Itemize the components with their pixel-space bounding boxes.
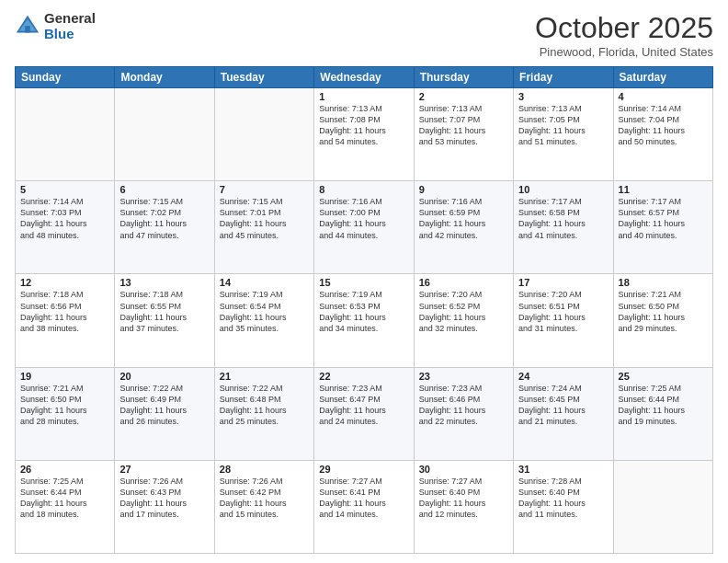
calendar-header-wednesday: Wednesday — [314, 67, 414, 88]
calendar-cell: 10Sunrise: 7:17 AM Sunset: 6:58 PM Dayli… — [514, 181, 613, 274]
day-info: Sunrise: 7:19 AM Sunset: 6:54 PM Dayligh… — [220, 289, 309, 334]
calendar-cell: 4Sunrise: 7:14 AM Sunset: 7:04 PM Daylig… — [613, 88, 712, 181]
day-info: Sunrise: 7:16 AM Sunset: 7:00 PM Dayligh… — [319, 196, 408, 241]
day-info: Sunrise: 7:16 AM Sunset: 6:59 PM Dayligh… — [419, 196, 508, 241]
day-number: 9 — [419, 184, 508, 195]
logo-text: General Blue — [44, 11, 96, 41]
calendar-cell: 19Sunrise: 7:21 AM Sunset: 6:50 PM Dayli… — [16, 367, 115, 460]
calendar-header-monday: Monday — [115, 67, 214, 88]
calendar-header-thursday: Thursday — [414, 67, 513, 88]
day-info: Sunrise: 7:20 AM Sunset: 6:51 PM Dayligh… — [518, 289, 608, 334]
logo-icon — [15, 14, 40, 40]
day-number: 5 — [20, 184, 109, 195]
day-number: 28 — [220, 464, 309, 475]
calendar-cell: 5Sunrise: 7:14 AM Sunset: 7:03 PM Daylig… — [16, 181, 115, 274]
day-info: Sunrise: 7:18 AM Sunset: 6:55 PM Dayligh… — [119, 289, 209, 334]
day-number: 27 — [119, 464, 209, 475]
calendar-cell: 27Sunrise: 7:26 AM Sunset: 6:43 PM Dayli… — [115, 460, 214, 553]
logo-general-text: General — [44, 11, 96, 27]
day-info: Sunrise: 7:14 AM Sunset: 7:03 PM Dayligh… — [20, 196, 109, 241]
day-number: 24 — [518, 371, 608, 382]
day-number: 18 — [619, 277, 708, 288]
day-number: 23 — [419, 371, 508, 382]
day-info: Sunrise: 7:21 AM Sunset: 6:50 PM Dayligh… — [20, 383, 109, 428]
calendar-cell: 8Sunrise: 7:16 AM Sunset: 7:00 PM Daylig… — [314, 181, 414, 274]
calendar-cell: 21Sunrise: 7:22 AM Sunset: 6:48 PM Dayli… — [214, 367, 313, 460]
day-info: Sunrise: 7:13 AM Sunset: 7:07 PM Dayligh… — [419, 103, 508, 148]
calendar-header-sunday: Sunday — [16, 67, 115, 88]
day-number: 26 — [20, 464, 109, 475]
calendar-cell: 25Sunrise: 7:25 AM Sunset: 6:44 PM Dayli… — [613, 367, 712, 460]
day-number: 21 — [220, 371, 309, 382]
day-info: Sunrise: 7:22 AM Sunset: 6:48 PM Dayligh… — [220, 383, 309, 428]
day-number: 11 — [619, 184, 708, 195]
day-number: 20 — [119, 371, 209, 382]
day-info: Sunrise: 7:17 AM Sunset: 6:57 PM Dayligh… — [619, 196, 708, 241]
calendar-cell — [214, 88, 313, 181]
calendar-cell: 14Sunrise: 7:19 AM Sunset: 6:54 PM Dayli… — [214, 274, 313, 367]
calendar-cell: 3Sunrise: 7:13 AM Sunset: 7:05 PM Daylig… — [514, 88, 613, 181]
logo-blue-text: Blue — [44, 27, 96, 42]
calendar-cell: 18Sunrise: 7:21 AM Sunset: 6:50 PM Dayli… — [613, 274, 712, 367]
day-number: 12 — [20, 277, 109, 288]
calendar-cell: 30Sunrise: 7:27 AM Sunset: 6:40 PM Dayli… — [414, 460, 513, 553]
calendar-cell: 1Sunrise: 7:13 AM Sunset: 7:08 PM Daylig… — [314, 88, 414, 181]
day-info: Sunrise: 7:19 AM Sunset: 6:53 PM Dayligh… — [319, 289, 408, 334]
day-number: 13 — [119, 277, 209, 288]
day-info: Sunrise: 7:18 AM Sunset: 6:56 PM Dayligh… — [20, 289, 109, 334]
day-info: Sunrise: 7:13 AM Sunset: 7:08 PM Dayligh… — [319, 103, 408, 148]
calendar-week-row: 26Sunrise: 7:25 AM Sunset: 6:44 PM Dayli… — [16, 460, 713, 553]
day-number: 6 — [119, 184, 209, 195]
calendar-header-row: SundayMondayTuesdayWednesdayThursdayFrid… — [16, 67, 713, 88]
logo: General Blue — [15, 11, 96, 41]
day-info: Sunrise: 7:25 AM Sunset: 6:44 PM Dayligh… — [619, 383, 708, 428]
calendar-week-row: 1Sunrise: 7:13 AM Sunset: 7:08 PM Daylig… — [16, 88, 713, 181]
calendar-week-row: 19Sunrise: 7:21 AM Sunset: 6:50 PM Dayli… — [16, 367, 713, 460]
calendar-week-row: 5Sunrise: 7:14 AM Sunset: 7:03 PM Daylig… — [16, 181, 713, 274]
day-info: Sunrise: 7:28 AM Sunset: 6:40 PM Dayligh… — [518, 476, 608, 521]
day-number: 25 — [619, 371, 708, 382]
day-info: Sunrise: 7:27 AM Sunset: 6:41 PM Dayligh… — [319, 476, 408, 521]
day-info: Sunrise: 7:21 AM Sunset: 6:50 PM Dayligh… — [619, 289, 708, 334]
calendar-cell: 16Sunrise: 7:20 AM Sunset: 6:52 PM Dayli… — [414, 274, 513, 367]
day-number: 4 — [619, 91, 708, 102]
day-number: 31 — [518, 464, 608, 475]
calendar-cell: 9Sunrise: 7:16 AM Sunset: 6:59 PM Daylig… — [414, 181, 513, 274]
day-info: Sunrise: 7:14 AM Sunset: 7:04 PM Dayligh… — [619, 103, 708, 148]
calendar-cell: 24Sunrise: 7:24 AM Sunset: 6:45 PM Dayli… — [514, 367, 613, 460]
day-info: Sunrise: 7:20 AM Sunset: 6:52 PM Dayligh… — [419, 289, 508, 334]
calendar-header-saturday: Saturday — [613, 67, 712, 88]
calendar-week-row: 12Sunrise: 7:18 AM Sunset: 6:56 PM Dayli… — [16, 274, 713, 367]
day-number: 15 — [319, 277, 408, 288]
calendar-cell: 28Sunrise: 7:26 AM Sunset: 6:42 PM Dayli… — [214, 460, 313, 553]
day-info: Sunrise: 7:23 AM Sunset: 6:47 PM Dayligh… — [319, 383, 408, 428]
day-number: 19 — [20, 371, 109, 382]
location: Pinewood, Florida, United States — [535, 45, 713, 59]
day-number: 8 — [319, 184, 408, 195]
day-number: 16 — [419, 277, 508, 288]
calendar-header-friday: Friday — [514, 67, 613, 88]
calendar-cell: 26Sunrise: 7:25 AM Sunset: 6:44 PM Dayli… — [16, 460, 115, 553]
calendar-cell: 17Sunrise: 7:20 AM Sunset: 6:51 PM Dayli… — [514, 274, 613, 367]
day-info: Sunrise: 7:27 AM Sunset: 6:40 PM Dayligh… — [419, 476, 508, 521]
day-info: Sunrise: 7:13 AM Sunset: 7:05 PM Dayligh… — [518, 103, 608, 148]
calendar-cell: 23Sunrise: 7:23 AM Sunset: 6:46 PM Dayli… — [414, 367, 513, 460]
day-info: Sunrise: 7:24 AM Sunset: 6:45 PM Dayligh… — [518, 383, 608, 428]
day-number: 22 — [319, 371, 408, 382]
calendar-cell: 15Sunrise: 7:19 AM Sunset: 6:53 PM Dayli… — [314, 274, 414, 367]
calendar-cell — [613, 460, 712, 553]
calendar-cell: 20Sunrise: 7:22 AM Sunset: 6:49 PM Dayli… — [115, 367, 214, 460]
calendar-cell: 7Sunrise: 7:15 AM Sunset: 7:01 PM Daylig… — [214, 181, 313, 274]
calendar-cell: 2Sunrise: 7:13 AM Sunset: 7:07 PM Daylig… — [414, 88, 513, 181]
calendar-cell: 6Sunrise: 7:15 AM Sunset: 7:02 PM Daylig… — [115, 181, 214, 274]
header-right: October 2025 Pinewood, Florida, United S… — [535, 11, 713, 59]
day-info: Sunrise: 7:17 AM Sunset: 6:58 PM Dayligh… — [518, 196, 608, 241]
day-number: 30 — [419, 464, 508, 475]
header: General Blue October 2025 Pinewood, Flor… — [15, 11, 713, 59]
calendar-cell: 29Sunrise: 7:27 AM Sunset: 6:41 PM Dayli… — [314, 460, 414, 553]
day-info: Sunrise: 7:26 AM Sunset: 6:43 PM Dayligh… — [119, 476, 209, 521]
day-number: 29 — [319, 464, 408, 475]
month-title: October 2025 — [535, 11, 713, 45]
calendar-cell: 22Sunrise: 7:23 AM Sunset: 6:47 PM Dayli… — [314, 367, 414, 460]
day-info: Sunrise: 7:23 AM Sunset: 6:46 PM Dayligh… — [419, 383, 508, 428]
